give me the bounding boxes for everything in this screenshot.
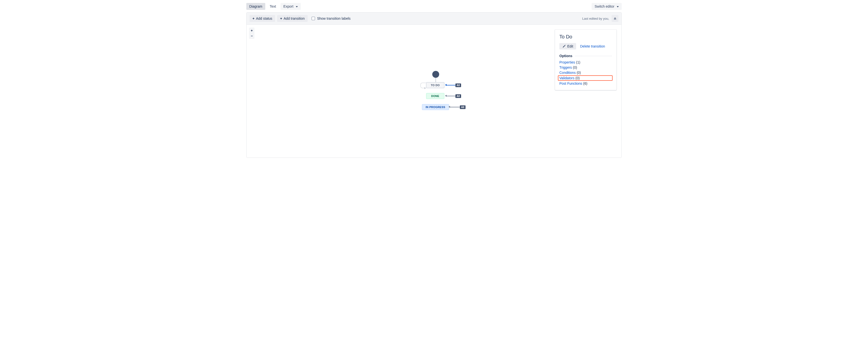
chevron-double-up-icon	[614, 17, 617, 20]
option-triggers: Triggers (0)	[559, 65, 612, 69]
arrowhead-left-icon	[445, 84, 446, 86]
option-triggers-count: (0)	[573, 65, 577, 69]
options-heading: Options	[559, 54, 572, 58]
status-node-done[interactable]: DONE	[426, 93, 444, 99]
tab-diagram[interactable]: Diagram	[246, 3, 265, 10]
edit-button[interactable]: Edit	[559, 43, 576, 50]
self-transition-arrowhead	[424, 87, 426, 89]
switch-editor-label: Switch editor	[595, 4, 614, 8]
plus-icon: +	[280, 17, 282, 20]
edit-label: Edit	[567, 44, 573, 48]
transition-all-badge[interactable]: All	[456, 84, 461, 87]
workflow-canvas[interactable]: + − TO DO DONE IN PROGRESS All All All	[247, 25, 621, 158]
checkbox-icon	[312, 17, 315, 20]
divider	[575, 56, 612, 56]
transition-line	[450, 107, 460, 107]
start-node[interactable]	[432, 71, 439, 78]
option-post-functions: Post Functions (6)	[559, 82, 612, 86]
option-properties: Properties (1)	[559, 60, 612, 64]
switch-editor-button[interactable]: Switch editor	[592, 3, 622, 10]
option-conditions-link[interactable]: Conditions	[559, 71, 576, 74]
tab-export-label: Export	[283, 4, 293, 8]
add-transition-button[interactable]: + Add transition	[277, 15, 308, 22]
workflow-panel: + Add status + Add transition Show trans…	[246, 12, 622, 158]
transition-all-badge[interactable]: All	[460, 105, 466, 109]
view-tabs: Diagram Text Export Switch editor	[246, 3, 622, 10]
tab-export[interactable]: Export	[281, 3, 301, 10]
start-connector	[435, 78, 436, 82]
chevron-down-icon	[617, 6, 619, 7]
add-status-button[interactable]: + Add status	[249, 15, 275, 22]
option-properties-link[interactable]: Properties	[559, 60, 575, 64]
status-node-todo[interactable]: TO DO	[426, 82, 444, 88]
status-node-inprogress[interactable]: IN PROGRESS	[422, 104, 449, 110]
show-labels-text: Show transition labels	[317, 17, 350, 21]
show-labels-toggle[interactable]: Show transition labels	[312, 17, 350, 21]
transition-line	[446, 85, 456, 86]
add-status-label: Add status	[256, 17, 272, 21]
option-validators-count: (0)	[576, 76, 580, 80]
arrowhead-left-icon	[448, 106, 450, 108]
option-properties-count: (1)	[576, 60, 580, 64]
collapse-panel-button[interactable]	[612, 15, 619, 22]
transition-title: To Do	[559, 34, 612, 40]
plus-icon: +	[252, 17, 254, 20]
option-validators: Validators (0)	[558, 76, 612, 80]
pencil-icon	[562, 44, 566, 48]
option-post-functions-link[interactable]: Post Functions	[559, 82, 582, 86]
last-edited-text: Last edited by you,	[582, 17, 609, 21]
option-validators-link[interactable]: Validators	[559, 76, 575, 80]
delete-transition-link[interactable]: Delete transition	[580, 44, 605, 48]
transition-line	[446, 96, 456, 96]
option-post-functions-count: (6)	[583, 82, 587, 86]
transition-details-panel: To Do Edit Delete transition Options Pr	[555, 30, 617, 90]
zoom-in-button[interactable]: +	[249, 28, 254, 33]
option-conditions-count: (0)	[577, 71, 581, 74]
zoom-control: + −	[249, 28, 254, 39]
zoom-out-button[interactable]: −	[249, 33, 254, 39]
chevron-down-icon	[296, 6, 298, 7]
tab-text[interactable]: Text	[267, 3, 279, 10]
option-conditions: Conditions (0)	[559, 71, 612, 74]
transition-all-badge[interactable]: All	[456, 94, 461, 98]
add-transition-label: Add transition	[284, 17, 305, 21]
option-triggers-link[interactable]: Triggers	[559, 65, 572, 69]
workflow-toolbar: + Add status + Add transition Show trans…	[247, 12, 621, 25]
arrowhead-left-icon	[445, 95, 446, 97]
